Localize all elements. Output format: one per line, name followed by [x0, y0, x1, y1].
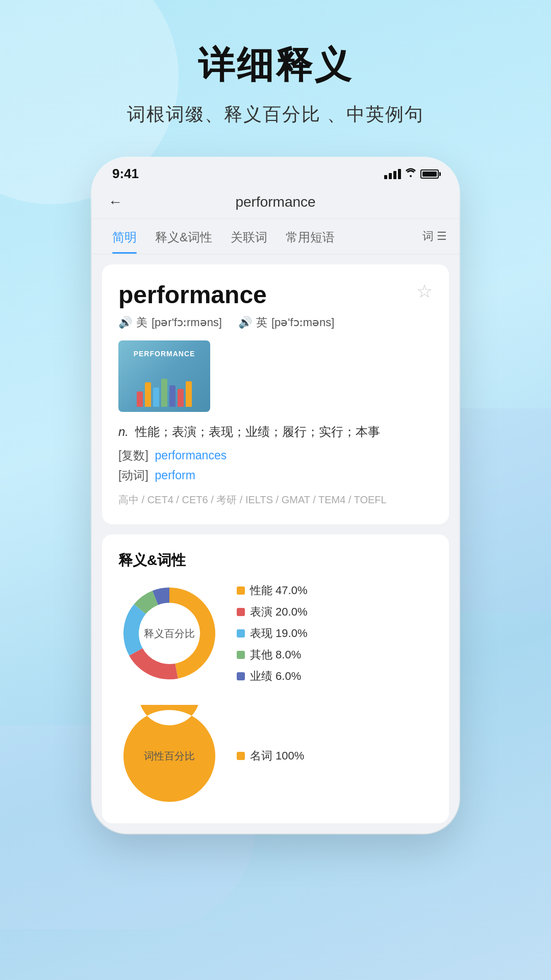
legend-dot: [237, 672, 245, 680]
donut2-label: 词性百分比: [144, 749, 195, 763]
menu-icon: ☰: [437, 230, 447, 243]
uk-label: 英: [256, 315, 267, 330]
donut1-label: 释义百分比: [144, 627, 195, 641]
star-button[interactable]: ☆: [416, 281, 433, 302]
tab-yiyi[interactable]: 释义&词性: [147, 219, 220, 254]
nav-bar: ← performance: [92, 186, 459, 219]
legend-text: 性能 47.0%: [250, 583, 308, 598]
tab-bar: 简明 释义&词性 关联词 常用短语 词 ☰: [92, 219, 459, 254]
signal-icon: [384, 169, 401, 179]
pronunciation-row: 🔊 美 [pər'fɔːrməns] 🔊 英 [pə'fɔːməns]: [118, 315, 433, 330]
word-pos-tag: n.: [118, 425, 129, 438]
legend-item: 性能 47.0%: [237, 583, 308, 598]
legend2: 名词 100%: [237, 748, 304, 764]
legend-item: 名词 100%: [237, 748, 304, 764]
content-area: performance ☆ 🔊 美 [pər'fɔːrməns] 🔊 英 [pə…: [92, 254, 459, 834]
def-pos-card: 释义&词性 释义百分比 性能 47.0%表演 20.0%表现 19.0%其他 8…: [102, 534, 449, 823]
verb-label: [动词]: [118, 469, 148, 482]
word-main: performance: [118, 281, 267, 309]
legend-text: 其他 8.0%: [250, 647, 301, 663]
us-label: 美: [136, 315, 147, 330]
phone-mockup: 9:41: [92, 158, 459, 834]
legend-dot: [237, 651, 245, 659]
legend-item: 其他 8.0%: [237, 647, 308, 663]
word-def-text: 性能；表演；表现；业绩；履行；实行；本事: [135, 425, 380, 438]
donut1-row: 释义百分比 性能 47.0%表演 20.0%表现 19.0%其他 8.0%业绩 …: [118, 582, 433, 684]
image-overlay-text: PERFORMANCE: [134, 350, 195, 358]
legend-text: 业绩 6.0%: [250, 669, 301, 684]
legend-item: 表现 19.0%: [237, 626, 308, 641]
legend-text: 表演 20.0%: [250, 604, 308, 620]
plural-word[interactable]: performances: [155, 449, 227, 462]
legend-item: 业绩 6.0%: [237, 669, 308, 684]
status-icons: [384, 168, 439, 180]
word-plural: [复数] performances: [118, 448, 433, 463]
page-subtitle: 词根词缀、释义百分比 、中英例句: [127, 102, 424, 127]
donut2-row: 词性百分比 名词 100%: [118, 705, 433, 807]
donut2-wrapper: 词性百分比: [118, 705, 220, 807]
verb-word[interactable]: perform: [155, 469, 195, 482]
plural-label: [复数]: [118, 449, 148, 462]
word-tags: 高中 / CET4 / CET6 / 考研 / IELTS / GMAT / T…: [118, 492, 433, 508]
uk-pron: 🔊 英 [pə'fɔːməns]: [238, 315, 334, 330]
tab-more[interactable]: 词 ☰: [422, 229, 447, 244]
battery-icon: [420, 169, 439, 179]
legend-dot: [237, 752, 245, 760]
tab-changyong[interactable]: 常用短语: [278, 219, 343, 254]
speaker-us-icon[interactable]: 🔊: [118, 316, 132, 329]
nav-word-title: performance: [235, 194, 315, 210]
legend-text: 表现 19.0%: [250, 626, 308, 641]
page-wrapper: 详细释义 词根词缀、释义百分比 、中英例句 9:41: [0, 0, 551, 834]
uk-phonetic: [pə'fɔːməns]: [271, 316, 334, 329]
legend-dot: [237, 629, 245, 638]
legend-text: 名词 100%: [250, 748, 304, 764]
charts-container: 释义百分比 性能 47.0%表演 20.0%表现 19.0%其他 8.0%业绩 …: [118, 582, 433, 807]
page-title: 详细释义: [198, 41, 353, 90]
wifi-icon: [405, 168, 416, 180]
us-pron: 🔊 美 [pər'fɔːrməns]: [118, 315, 222, 330]
tab-guanlian[interactable]: 关联词: [222, 219, 276, 254]
word-header: performance ☆: [118, 281, 433, 309]
mini-chart: [137, 376, 192, 407]
us-phonetic: [pər'fɔːrməns]: [152, 316, 222, 329]
status-bar: 9:41: [92, 158, 459, 186]
status-time: 9:41: [112, 166, 139, 182]
donut1-wrapper: 释义百分比: [118, 582, 220, 684]
word-card: performance ☆ 🔊 美 [pər'fɔːrməns] 🔊 英 [pə…: [102, 264, 449, 524]
word-verb: [动词] perform: [118, 468, 433, 483]
def-section-title: 释义&词性: [118, 551, 433, 570]
back-button[interactable]: ←: [108, 194, 122, 210]
legend-dot: [237, 586, 245, 595]
legend1: 性能 47.0%表演 20.0%表现 19.0%其他 8.0%业绩 6.0%: [237, 583, 308, 684]
legend-item: 表演 20.0%: [237, 604, 308, 620]
legend-dot: [237, 608, 245, 616]
tab-jianming[interactable]: 简明: [104, 219, 145, 254]
word-definition: n. 性能；表演；表现；业绩；履行；实行；本事: [118, 422, 433, 442]
speaker-uk-icon[interactable]: 🔊: [238, 316, 252, 329]
word-image: PERFORMANCE: [118, 340, 210, 412]
